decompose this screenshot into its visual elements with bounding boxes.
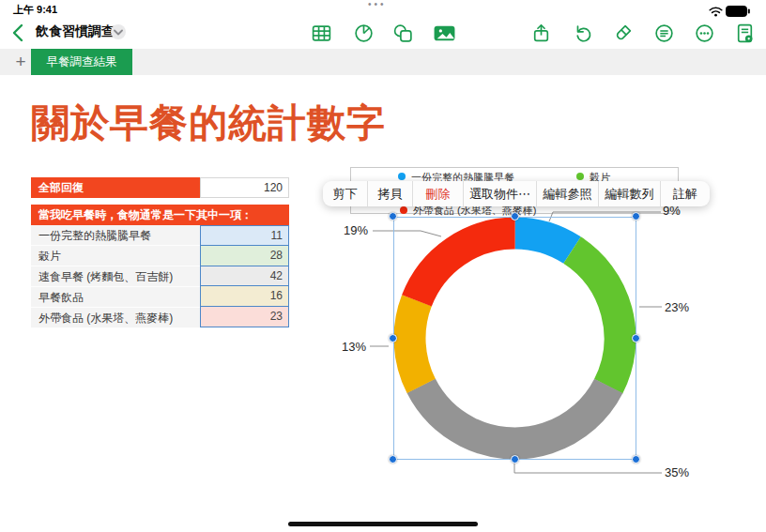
chart-value-label: 19% — [344, 223, 368, 237]
chart-value-label: 13% — [342, 340, 366, 354]
survey-value-column-selected[interactable]: 11 28 42 16 23 — [200, 225, 289, 327]
format-brush-icon[interactable] — [609, 20, 636, 46]
legend-dot-green — [576, 173, 584, 180]
undo-icon[interactable] — [569, 20, 595, 46]
menu-item-copy[interactable]: 拷貝 — [368, 181, 413, 206]
menu-item-edit-series[interactable]: 編輯數列 — [599, 181, 661, 206]
table-row-value[interactable]: 23 — [201, 307, 288, 327]
chart-value-label: 23% — [665, 300, 689, 314]
insert-table-icon[interactable] — [308, 20, 334, 46]
table-row-label[interactable]: 穀片 — [31, 246, 200, 266]
survey-label-column: 一份完整的熱騰騰早餐 穀片 速食早餐 (烤麵包、百吉餅) 早餐飲品 外帶食品 (… — [31, 225, 200, 328]
selection-handle[interactable] — [632, 212, 640, 220]
selection-handle[interactable] — [389, 455, 397, 464]
menu-item-cut[interactable]: 剪下 — [323, 181, 368, 206]
selection-handle[interactable] — [511, 455, 519, 464]
menu-item-delete[interactable]: 刪除 — [413, 181, 464, 206]
table-row-label[interactable]: 速食早餐 (烤麵包、百吉餅) — [31, 266, 200, 287]
insert-shape-icon[interactable] — [390, 20, 416, 46]
legend-dot-blue — [398, 173, 406, 180]
document-title[interactable]: 飲食習慣調查 — [36, 23, 115, 40]
status-bar: 上午 9:41 ••• — [0, 0, 766, 17]
chart-value-label: 35% — [665, 465, 689, 479]
home-indicator[interactable] — [288, 522, 478, 526]
table-row-value[interactable]: 11 — [201, 226, 288, 246]
legend-dot-red — [400, 206, 407, 214]
back-button[interactable] — [8, 21, 30, 45]
summary-label-cell[interactable]: 全部回復 — [31, 177, 200, 198]
menu-item-comment[interactable]: 註解 — [661, 181, 710, 206]
selection-handle[interactable] — [389, 212, 397, 220]
menu-item-select-objects[interactable]: 選取物件⋯ — [464, 181, 537, 206]
view-options-icon[interactable] — [731, 20, 758, 46]
selection-handle[interactable] — [389, 334, 397, 342]
selection-handle[interactable] — [632, 455, 640, 464]
more-options-icon[interactable] — [691, 20, 717, 46]
table-row-value[interactable]: 16 — [201, 286, 288, 306]
toolbar: 飲食習慣調查 — [0, 17, 766, 49]
insert-media-icon[interactable] — [431, 20, 457, 46]
table-row-label[interactable]: 早餐飲品 — [31, 287, 200, 308]
table-row-value[interactable]: 42 — [201, 266, 288, 286]
context-menu: 剪下 拷貝 刪除 選取物件⋯ 編輯參照 編輯數列 註解 — [323, 181, 710, 206]
multitasking-dots-icon: ••• — [368, 0, 387, 9]
comment-icon[interactable] — [651, 20, 677, 46]
add-sheet-button[interactable]: + — [9, 49, 32, 75]
sheet-tab-breakfast-results[interactable]: 早餐調查結果 — [31, 49, 132, 75]
clock: 上午 9:41 — [13, 3, 57, 17]
table-row-value[interactable]: 28 — [201, 246, 288, 266]
survey-header-cell[interactable]: 當我吃早餐時，食物通常是一下其中一項： — [31, 205, 289, 225]
share-icon[interactable] — [528, 20, 554, 46]
sheet-tab-bar: + 早餐調查結果 — [0, 49, 766, 75]
table-row-label[interactable]: 外帶食品 (水果塔、燕麥棒) — [31, 308, 200, 328]
table-row-label[interactable]: 一份完整的熱騰騰早餐 — [31, 225, 200, 246]
chart-selection-box — [393, 217, 636, 460]
summary-value-cell[interactable]: 120 — [200, 177, 289, 198]
menu-item-edit-references[interactable]: 編輯參照 — [537, 181, 599, 206]
insert-chart-icon[interactable] — [350, 20, 376, 46]
selection-handle[interactable] — [632, 334, 640, 342]
document-menu-chevron-icon[interactable] — [111, 24, 126, 39]
numbers-app-window: 上午 9:41 ••• 飲食習慣調查 — [0, 0, 766, 532]
selection-handle[interactable] — [511, 212, 519, 220]
page-title[interactable]: 關於早餐的統計數字 — [31, 98, 386, 149]
